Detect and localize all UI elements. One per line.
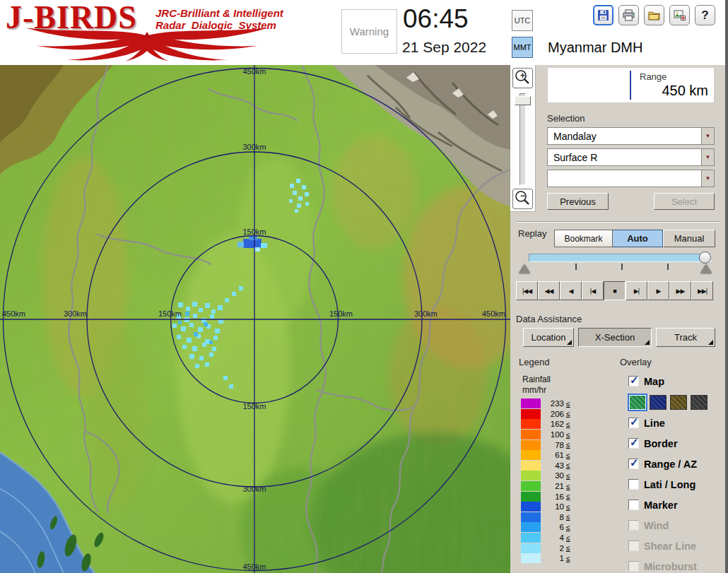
zoom-in-button[interactable]: + bbox=[512, 68, 533, 88]
previous-button[interactable]: Previous bbox=[547, 193, 609, 210]
warning-button[interactable]: Warning bbox=[341, 9, 397, 54]
fast-rewind-button[interactable]: ◀◀ bbox=[538, 281, 560, 300]
checkbox[interactable]: ✓ bbox=[628, 418, 639, 428]
help-button[interactable]: ? bbox=[695, 5, 715, 25]
select-button[interactable]: Select bbox=[654, 193, 715, 210]
map-style-swatch-3[interactable] bbox=[670, 395, 687, 410]
checkbox[interactable]: ✓ bbox=[628, 438, 639, 449]
product-dropdown-arrow-button[interactable]: ▼ bbox=[701, 149, 714, 165]
checkbox bbox=[628, 561, 639, 572]
zoom-slider-thumb[interactable] bbox=[515, 96, 531, 105]
checkbox bbox=[628, 540, 639, 551]
less-equal-symbol: ≤ bbox=[566, 492, 570, 500]
zoom-slider-track[interactable] bbox=[519, 93, 526, 185]
utc-toggle-button[interactable]: UTC bbox=[512, 10, 533, 31]
legend-value: 233 bbox=[548, 399, 564, 408]
map-style-swatch-1[interactable] bbox=[629, 395, 646, 410]
overlay-item-lati-long[interactable]: Lati / Long bbox=[628, 474, 724, 495]
replay-slider-thumb[interactable] bbox=[699, 252, 711, 264]
bookmark-button[interactable]: Bookmark bbox=[554, 230, 613, 247]
range-ring-label: 300km bbox=[242, 143, 266, 151]
overlay-item-map[interactable]: ✓Map bbox=[628, 371, 724, 391]
map-style-swatches bbox=[628, 391, 724, 413]
manual-mode-button[interactable]: Manual bbox=[663, 230, 715, 247]
slider-end-marker-icon bbox=[700, 264, 712, 273]
overlay-item-marker[interactable]: Marker bbox=[628, 495, 724, 515]
legend-row: 162≤ bbox=[521, 419, 570, 430]
legend-color-swatch bbox=[521, 492, 541, 502]
range-ring-label: 150km bbox=[329, 309, 353, 318]
save-button[interactable] bbox=[593, 5, 613, 25]
overlay-label: Border bbox=[644, 438, 678, 449]
legend-color-swatch bbox=[521, 461, 541, 471]
less-equal-symbol: ≤ bbox=[566, 483, 570, 490]
legend-value: 16 bbox=[548, 492, 564, 501]
overlay-item-border[interactable]: ✓Border bbox=[628, 433, 724, 454]
mmt-toggle-button[interactable]: MMT bbox=[512, 37, 533, 58]
print-button[interactable] bbox=[618, 5, 639, 25]
checkbox[interactable]: ✓ bbox=[628, 459, 639, 469]
chevron-down-icon: ▼ bbox=[705, 155, 711, 160]
separator bbox=[516, 221, 721, 223]
checkbox[interactable] bbox=[628, 479, 639, 490]
plus-glyph: + bbox=[518, 71, 527, 81]
export-image-button[interactable] bbox=[669, 5, 690, 25]
less-equal-symbol: ≤ bbox=[566, 451, 570, 459]
data-assistance-x-section-button[interactable]: X-Section bbox=[578, 328, 652, 347]
data-assistance-location-button[interactable]: Location bbox=[523, 328, 574, 347]
data-assistance-track-button[interactable]: Track bbox=[656, 328, 715, 347]
option-dropdown-arrow-button[interactable]: ▼ bbox=[701, 170, 714, 187]
skip-end-button[interactable]: ▶▶| bbox=[691, 281, 713, 300]
product-dropdown[interactable]: Surface R ▼ bbox=[547, 148, 715, 166]
range-ring-label: 450km bbox=[242, 562, 266, 571]
stop-button[interactable]: ■ bbox=[604, 281, 626, 300]
less-equal-symbol: ≤ bbox=[566, 410, 570, 418]
skip-start-button[interactable]: |◀◀ bbox=[516, 281, 538, 300]
map-style-swatch-2[interactable] bbox=[650, 395, 667, 410]
map-style-swatch-4[interactable] bbox=[691, 395, 708, 410]
play-button[interactable]: ▶ bbox=[647, 281, 669, 300]
zoom-out-button[interactable]: − bbox=[512, 189, 533, 209]
option-dropdown[interactable]: ▼ bbox=[547, 170, 715, 187]
site-dropdown[interactable]: Mandalay ▼ bbox=[547, 127, 715, 145]
step-backward-button[interactable]: |◀ bbox=[582, 281, 604, 300]
header: J-BIRDS JRC-Brilliant & Intelligent Rada… bbox=[0, 0, 725, 65]
logo-tagline-2: Radar Dialogic System bbox=[155, 19, 283, 31]
overlay-item-shear-line: Shear Line bbox=[628, 536, 724, 556]
data-assistance-buttons: LocationX-SectionTrack bbox=[523, 328, 715, 347]
range-ring-label: 300km bbox=[64, 309, 87, 318]
open-file-button[interactable] bbox=[644, 5, 664, 25]
clock-date: 21 Sep 2022 bbox=[402, 39, 486, 56]
replay-slider-track[interactable] bbox=[529, 254, 711, 262]
step-forward-button[interactable]: ▶| bbox=[626, 281, 647, 300]
legend-value: 6 bbox=[548, 523, 564, 531]
legend-color-swatch bbox=[521, 398, 541, 408]
legend-row: 30≤ bbox=[521, 471, 570, 481]
site-dropdown-arrow-button[interactable]: ▼ bbox=[701, 128, 714, 144]
overlay-item-line[interactable]: ✓Line bbox=[628, 413, 724, 433]
legend-row: 233≤ bbox=[521, 398, 570, 409]
checkbox[interactable] bbox=[628, 500, 639, 510]
slider-tick bbox=[667, 264, 669, 270]
auto-mode-button[interactable]: Auto bbox=[613, 230, 663, 247]
range-ring-label: 450km bbox=[2, 309, 25, 318]
toolbar: ? bbox=[593, 5, 715, 25]
less-equal-symbol: ≤ bbox=[566, 441, 570, 449]
fast-forward-button[interactable]: ▶▶ bbox=[669, 281, 691, 300]
checkbox[interactable]: ✓ bbox=[628, 376, 639, 386]
button-label: Location bbox=[531, 332, 565, 343]
range-label: Range bbox=[640, 71, 667, 82]
overlay-item-range-az[interactable]: ✓Range / AZ bbox=[628, 454, 724, 474]
less-equal-symbol: ≤ bbox=[566, 400, 570, 408]
overlay-item-wind: Wind bbox=[628, 515, 724, 536]
legend-value: 78 bbox=[548, 441, 564, 449]
legend-unit-mmhr: mm/hr bbox=[522, 385, 546, 395]
overlay-label: Microburst bbox=[644, 561, 697, 572]
play-backward-button[interactable]: ◀ bbox=[560, 281, 582, 300]
warning-label: Warning bbox=[350, 25, 389, 37]
replay-label: Replay bbox=[518, 228, 546, 239]
legend-color-swatch bbox=[521, 450, 541, 460]
map-viewport[interactable]: 450km 300km 150km 150km 300km 450km 450k… bbox=[0, 65, 510, 573]
folder-icon bbox=[648, 9, 660, 21]
legend-value: 8 bbox=[548, 513, 564, 521]
